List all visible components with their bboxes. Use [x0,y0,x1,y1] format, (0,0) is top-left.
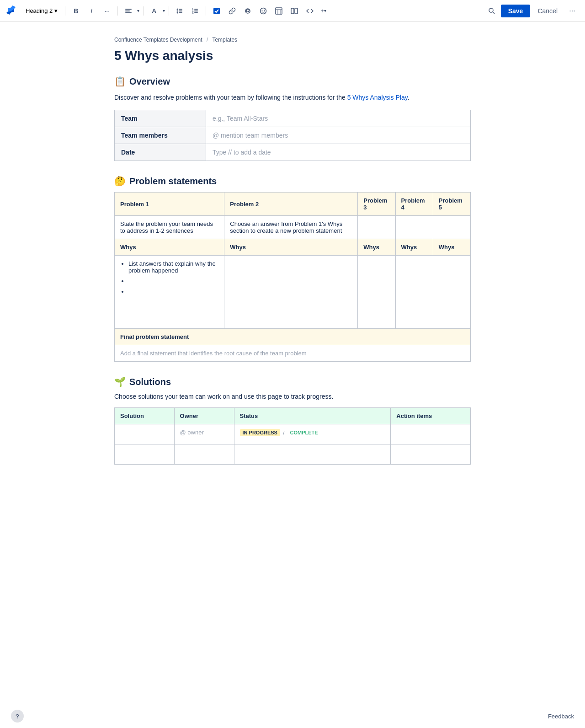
overview-table: Team e.g., Team All-Stars Team members @… [114,110,471,161]
overview-icon: 📋 [114,76,126,87]
toolbar-separator [143,6,144,16]
solution-2-value[interactable] [115,444,175,465]
emoji-button[interactable] [256,4,270,18]
svg-point-17 [261,8,266,14]
toolbar-separator [65,6,65,16]
date-value[interactable]: Type // to add a date [206,144,471,161]
confluence-logo[interactable] [5,5,16,17]
solution-2-status[interactable] [234,444,391,465]
status-separator: / [283,429,285,436]
problem-3-desc[interactable] [358,216,395,239]
overview-desc-pre: Discover and resolve problems with your … [114,94,347,101]
solutions-description: Choose solutions your team can work on a… [114,393,471,400]
cancel-button[interactable]: Cancel [532,5,563,17]
svg-rect-15 [213,8,220,14]
list-item[interactable] [128,278,218,284]
more-actions-button[interactable]: ··· [565,4,580,18]
svg-rect-25 [295,8,298,14]
solution-row-2 [115,444,471,465]
svg-point-7 [177,12,178,13]
list-item[interactable]: List answers that explain why the proble… [128,260,218,274]
layout-button[interactable] [287,4,301,18]
whys-header-row: Whys Whys Whys Whys Whys [115,239,471,256]
whys-content-2[interactable] [224,256,358,329]
problem-2-desc[interactable]: Choose an answer from Problem 1's Whys s… [224,216,358,239]
team-value[interactable]: e.g., Team All-Stars [206,110,471,127]
solutions-header-row: Solution Owner Status Action items [115,408,471,424]
whys-content-1[interactable]: List answers that explain why the proble… [115,256,224,329]
table-row: Date Type // to add a date [115,144,471,161]
task-button[interactable] [210,4,223,18]
problem-icon: 🤔 [114,176,126,187]
problem-col-3: Problem 3 [358,193,395,216]
whys-content-5[interactable] [433,256,470,329]
svg-line-27 [493,12,495,14]
bold-button[interactable]: B [69,4,83,18]
problem-5-desc[interactable] [433,216,470,239]
final-statement-header-row: Final problem statement [115,329,471,345]
solution-1-owner[interactable]: @ owner [174,424,234,444]
list-item[interactable] [128,288,218,295]
page-title[interactable]: 5 Whys analysis [114,48,471,63]
problem-statements-section: 🤔 Problem statements Problem 1 Problem 2… [114,176,471,362]
code-button[interactable] [303,4,317,18]
more-formatting-button[interactable]: ··· [100,4,114,18]
breadcrumb-link-2[interactable]: Templates [212,37,237,43]
overview-desc-post: . [408,94,410,101]
toolbar-separator [117,6,118,16]
bullet-list-button[interactable] [173,4,186,18]
page-content: Confluence Templates Development / Templ… [96,22,489,501]
overview-description: Discover and resolve problems with your … [114,92,471,102]
heading-style-select[interactable]: Heading 2 ▾ [22,5,61,16]
solutions-table: Solution Owner Status Action items @ own… [114,407,471,465]
whys-header-4: Whys [395,239,433,256]
problem-1-desc[interactable]: State the problem your team needs to add… [115,216,224,239]
problem-col-5: Problem 5 [433,193,470,216]
final-statement-text[interactable]: Add a final statement that identifies th… [115,345,471,362]
problem-table-header-row: Problem 1 Problem 2 Problem 3 Problem 4 … [115,193,471,216]
problem-heading-text: Problem statements [129,176,217,187]
svg-rect-12 [194,11,198,11]
solutions-section: 🌱 Solutions Choose solutions your team c… [114,376,471,465]
italic-button[interactable]: I [85,4,98,18]
solution-2-actions[interactable] [391,444,471,465]
whys-content-3[interactable] [358,256,395,329]
align-button[interactable] [122,4,135,18]
text-color-button[interactable]: A [147,4,161,18]
svg-text:3.: 3. [192,11,194,14]
complete-badge[interactable]: COMPLETE [287,429,321,436]
breadcrumb-separator: / [207,37,208,43]
whys-content-4[interactable] [395,256,433,329]
whys-header-3: Whys [358,239,395,256]
svg-point-19 [264,10,265,11]
date-label: Date [115,144,206,161]
team-members-value[interactable]: @ mention team members [206,127,471,144]
solution-col: Solution [115,408,175,424]
link-button[interactable] [225,4,239,18]
table-button[interactable] [272,4,286,18]
svg-point-5 [177,10,178,11]
solution-1-status: IN PROGRESS / COMPLETE [234,424,391,444]
svg-point-26 [489,8,493,12]
ordered-list-button[interactable]: 1.2.3. [188,4,202,18]
save-button[interactable]: Save [501,5,531,17]
svg-rect-2 [125,12,132,13]
toolbar-separator [169,6,169,16]
breadcrumb-link-1[interactable]: Confluence Templates Development [114,37,202,43]
problem-4-desc[interactable] [395,216,433,239]
solution-1-actions[interactable] [391,424,471,444]
insert-more-button[interactable]: +▾ [319,4,328,18]
problem-statements-heading: 🤔 Problem statements [114,176,471,187]
in-progress-badge[interactable]: IN PROGRESS [240,429,280,436]
toolbar: Heading 2 ▾ B I ··· ▾ A ▾ 1.2.3. [0,0,585,22]
solutions-icon: 🌱 [114,376,126,387]
5whys-link[interactable]: 5 Whys Analysis Play [347,94,408,101]
solution-2-owner[interactable] [174,444,234,465]
solution-1-value[interactable] [115,424,175,444]
owner-col: Owner [174,408,234,424]
chevron-down-icon: ▾ [54,7,58,14]
breadcrumb: Confluence Templates Development / Templ… [114,37,471,43]
mention-button[interactable] [241,4,255,18]
align-chevron-icon: ▾ [137,8,139,13]
search-button[interactable] [484,4,499,18]
